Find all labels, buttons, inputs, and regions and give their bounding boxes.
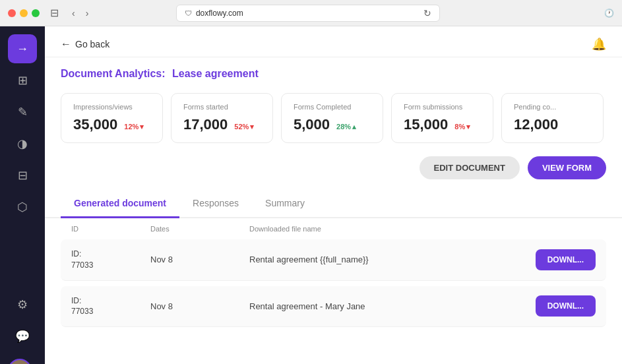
stat-label-form-submissions: Form submissions [404,103,481,111]
sidebar-item-arrow[interactable]: → [8,34,37,63]
app-wrapper: → ⊞ ✎ ◑ ⊟ ⬡ ⚙ 💬 🐶 ▾ [0,26,622,364]
browser-chrome: ⊟ ‹ › 🛡 doxflowy.com ↻ 🕐 [0,0,622,26]
view-form-button[interactable]: VIEW FORM [528,156,606,179]
tabs-row: Generated document Responses Summary [45,190,622,218]
table-container: ID Dates Downloaded file name ID: 77033 … [45,218,622,327]
stat-card-impressions: Impressions/views 35,000 12% ▾ [61,93,163,143]
sidebar-item-document[interactable]: ⊟ [8,161,37,190]
stat-value-row-impressions: 35,000 12% ▾ [73,116,150,133]
arrow-right-icon: → [16,42,28,56]
col-header-filename: Downloaded file name [249,225,503,233]
stat-card-forms-started: Forms started 17,000 52% ▾ [171,93,273,143]
sidebar-item-settings[interactable]: ⚙ [8,290,37,319]
row-id-1: ID: 77033 [71,249,150,271]
time-display: 🕐 [604,9,614,18]
main-content: ← Go back 🔔 Document Analytics: Lease ag… [45,26,622,364]
row-date-2: Nov 8 [150,301,249,311]
row-date-1: Nov 8 [150,255,249,264]
minimize-button[interactable] [20,9,28,17]
traffic-lights [8,9,40,17]
back-arrow-icon: ← [61,38,71,50]
stat-badge-form-submissions: 8% ▾ [454,123,470,131]
cube-icon: ⬡ [17,200,28,214]
back-browser-button[interactable]: ‹ [69,7,78,20]
stat-label-impressions: Impressions/views [73,103,150,111]
trend-icon-forms-started: ▾ [250,123,254,131]
tab-summary[interactable]: Summary [252,190,318,218]
top-bar: ← Go back 🔔 [45,26,622,57]
address-bar[interactable]: 🛡 doxflowy.com ↻ [176,5,440,22]
col-header-dates: Dates [150,225,249,233]
download-button-2[interactable]: DOWNL... [536,295,596,317]
badge-text: 28% [336,123,351,131]
stats-row: Impressions/views 35,000 12% ▾ Forms sta… [45,85,622,151]
stat-value-form-submissions: 15,000 [404,116,448,133]
settings-icon: ⚙ [17,297,28,312]
stat-value-forms-started: 17,000 [183,116,228,133]
download-button-1[interactable]: DOWNL... [536,249,596,270]
stat-value-row-forms-completed: 5,000 28% ▴ [294,116,371,133]
stat-value-row-pending: 12,000 [514,116,591,133]
table-row: ID: 77033 Nov 8 Rental agreement {{full_… [61,239,606,281]
analytics-label: Document Analytics: [61,68,166,79]
sidebar-item-cube[interactable]: ⬡ [8,193,37,222]
go-back-label: Go back [75,39,109,49]
sidebar-item-chat[interactable]: 💬 [8,322,37,351]
chart-icon: ◑ [17,136,28,151]
sidebar-item-edit[interactable]: ✎ [8,98,37,127]
page-title: Document Analytics: Lease agreement [61,68,606,80]
stat-label-pending: Pending co... [514,103,591,111]
stat-label-forms-completed: Forms Completed [294,103,371,111]
forward-browser-button[interactable]: › [83,7,92,20]
document-icon: ⊟ [18,168,28,183]
row-id-2: ID: 77033 [71,295,150,318]
grid-icon: ⊞ [18,73,28,88]
page-title-area: Document Analytics: Lease agreement [45,57,622,85]
sidebar-toggle-button[interactable]: ⊟ [45,5,64,20]
stat-badge-forms-completed: 28% ▴ [336,123,356,131]
stat-label-forms-started: Forms started [183,103,261,111]
col-header-action [503,225,596,233]
url-text: doxflowy.com [196,9,243,18]
tab-generated-document[interactable]: Generated document [61,190,179,218]
go-back-button[interactable]: ← Go back [61,38,109,50]
row-action-1: DOWNL... [503,249,596,270]
edit-icon: ✎ [18,105,28,119]
sidebar: → ⊞ ✎ ◑ ⊟ ⬡ ⚙ 💬 🐶 ▾ [0,26,45,364]
badge-text: 12% [124,123,139,131]
chat-icon: 💬 [15,329,30,344]
refresh-button[interactable]: ↻ [423,8,431,18]
tab-responses[interactable]: Responses [179,190,252,218]
trend-icon-form-submissions: ▾ [466,123,470,131]
stat-badge-impressions: 12% ▾ [124,123,144,131]
row-action-2: DOWNL... [503,295,596,317]
bell-icon[interactable]: 🔔 [592,37,606,51]
edit-document-button[interactable]: EDIT DOCUMENT [420,156,520,179]
stat-value-forms-completed: 5,000 [294,116,330,133]
stat-value-row-forms-started: 17,000 52% ▾ [183,116,261,133]
stat-value-impressions: 35,000 [73,116,117,133]
badge-text: 8% [454,123,465,131]
row-filename-1: Rental agreement {{full_name}} [249,255,503,264]
table-row: ID: 77033 Nov 8 Rental agreement - Mary … [61,286,606,328]
stat-value-row-form-submissions: 15,000 8% ▾ [404,116,481,133]
stat-card-forms-completed: Forms Completed 5,000 28% ▴ [281,93,383,143]
maximize-button[interactable] [32,9,40,17]
trend-icon-impressions: ▾ [140,123,144,131]
col-header-id: ID [71,225,150,233]
trend-icon-forms-completed: ▴ [352,123,356,131]
stat-badge-forms-started: 52% ▾ [234,123,254,131]
stat-value-pending: 12,000 [514,116,558,133]
row-filename-2: Rental agreement - Mary Jane [249,301,503,311]
sidebar-item-chart[interactable]: ◑ [8,129,37,158]
avatar[interactable]: 🐶 [8,359,32,364]
sidebar-avatar-row[interactable]: 🐶 ▾ [8,359,38,364]
table-header: ID Dates Downloaded file name [61,218,606,239]
lock-icon: 🛡 [185,9,192,17]
action-row: EDIT DOCUMENT VIEW FORM [45,151,622,190]
close-button[interactable] [8,9,16,17]
document-name[interactable]: Lease agreement [172,68,259,79]
stat-card-pending: Pending co... 12,000 [501,93,604,143]
sidebar-item-grid[interactable]: ⊞ [8,66,37,95]
stat-card-form-submissions: Form submissions 15,000 8% ▾ [391,93,493,143]
